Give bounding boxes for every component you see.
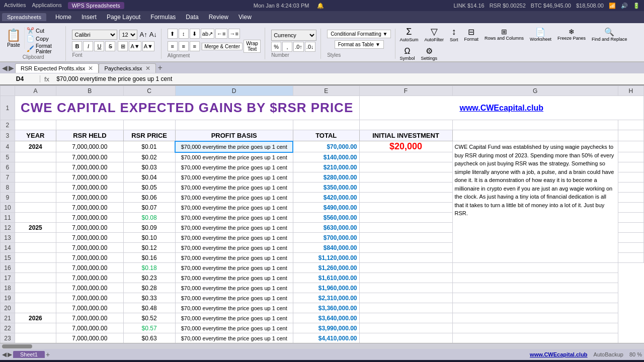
cell-h2[interactable] — [618, 120, 643, 130]
activities-menu[interactable]: Activities — [4, 2, 26, 9]
data-menu[interactable]: Data — [181, 13, 203, 22]
cell-reference[interactable]: D4 — [0, 75, 40, 82]
align-right-button[interactable]: ≡ — [190, 41, 200, 51]
indent-decrease-button[interactable]: ←≡ — [215, 29, 227, 39]
col-header-d[interactable]: D — [175, 86, 293, 96]
cell-c5[interactable]: $0.02 — [123, 152, 175, 162]
cell-a2[interactable] — [15, 120, 56, 130]
format-button[interactable]: ⊟ Format — [462, 26, 480, 43]
align-bottom-button[interactable]: ⬇ — [190, 29, 200, 39]
page-layout-menu[interactable]: Page Layout — [102, 13, 145, 22]
find-replace-button[interactable]: 🔍 Find and Replace — [590, 26, 629, 43]
cell-f5[interactable] — [359, 152, 452, 162]
align-left-button[interactable]: ≡ — [168, 41, 178, 51]
cell-h4[interactable] — [618, 141, 643, 152]
cell-b2[interactable] — [56, 120, 124, 130]
new-tab-button[interactable]: + — [156, 63, 165, 73]
col-header-g[interactable]: G — [452, 86, 618, 96]
format-painter-button[interactable]: 🖌️Format Painter — [27, 43, 61, 54]
border-button[interactable]: ⊞ — [118, 41, 128, 51]
cell-b5[interactable]: 7,000,000.00 — [56, 152, 124, 162]
bold-button[interactable]: B — [72, 41, 82, 51]
number-format-select[interactable]: Currency — [271, 30, 316, 41]
increase-decimal-button[interactable]: .0↑ — [293, 42, 304, 52]
autofilter-button[interactable]: ▽ AutoFilter — [422, 25, 446, 43]
align-top-button[interactable]: ⬆ — [168, 29, 178, 39]
file-tab-2[interactable]: Paychecks.xlsx ✕ — [99, 63, 155, 73]
cell-e5[interactable]: $140,000.00 — [293, 152, 359, 162]
cell-a6[interactable] — [15, 162, 56, 172]
font-name-select[interactable]: Calibri — [72, 30, 117, 40]
fill-color-button[interactable]: A▼ — [129, 41, 141, 51]
freeze-panes-button[interactable]: ❄ Freeze Panes — [555, 27, 588, 42]
align-middle-button[interactable]: ↕ — [179, 29, 189, 39]
website-cell[interactable]: www.CWEcapital.club — [359, 96, 644, 120]
col-header-c[interactable]: C — [123, 86, 175, 96]
cell-d5[interactable]: $70,000 everytime the price goes up 1 ce… — [175, 152, 293, 162]
cell-h5[interactable] — [618, 152, 643, 162]
cut-button[interactable]: ✂️Cut — [27, 27, 61, 34]
sheet-nav-left[interactable]: ◀ — [2, 351, 7, 358]
nav-forward-button[interactable]: ▶ — [9, 64, 14, 72]
font-color-button[interactable]: A▼ — [142, 41, 154, 51]
italic-button[interactable]: I — [83, 41, 93, 51]
view-menu[interactable]: View — [233, 13, 257, 22]
cell-b4[interactable]: 7,000,000.00 — [56, 141, 124, 152]
worksheet-button[interactable]: 📄 Worksheet — [528, 26, 553, 43]
add-sheet-button[interactable]: + — [46, 350, 50, 358]
merge-center-button[interactable]: Merge & Center — [202, 43, 243, 50]
conditional-formatting-button[interactable]: Conditional Formatting ▼ — [327, 30, 391, 38]
settings-button[interactable]: ⚙ Settings — [419, 45, 439, 62]
cell-g2[interactable] — [452, 120, 618, 130]
copy-button[interactable]: 📄Copy — [27, 35, 61, 42]
decrease-font-button[interactable]: A↓ — [149, 31, 157, 38]
rows-cols-button[interactable]: ⊞ Rows and Columns — [482, 27, 526, 42]
sheet-tab-1[interactable]: Sheet1 — [13, 351, 45, 358]
home-menu[interactable]: Home — [50, 13, 76, 22]
file-tab-2-close[interactable]: ✕ — [145, 65, 150, 72]
file-tab-1-close[interactable]: ✕ — [88, 65, 93, 72]
percent-button[interactable]: % — [271, 42, 281, 52]
sort-button[interactable]: ↕ Sort — [448, 26, 460, 43]
applications-menu[interactable]: Applications — [32, 2, 61, 9]
col-header-b[interactable]: B — [56, 86, 124, 96]
indent-increase-button[interactable]: →≡ — [228, 29, 240, 39]
strikethrough-button[interactable]: S̶ — [105, 41, 115, 51]
col-header-f[interactable]: F — [359, 86, 452, 96]
cell-f4-investment[interactable]: $20,000 — [359, 141, 452, 152]
decrease-decimal-button[interactable]: .0↓ — [305, 42, 315, 52]
format-as-table-button[interactable]: Format as Table ▼ — [335, 40, 384, 49]
formulas-menu[interactable]: Formulas — [145, 13, 181, 22]
cell-h3[interactable] — [618, 130, 643, 141]
increase-font-button[interactable]: A↑ — [139, 31, 147, 38]
cell-a4-year[interactable]: 2024 — [15, 141, 56, 152]
cell-e2[interactable] — [293, 120, 359, 130]
autosum-button[interactable]: Σ AutoSum — [397, 26, 420, 43]
formula-bar-content[interactable]: $70,000 everytime the price goes up 1 ce… — [53, 75, 644, 82]
paste-button[interactable]: 📋 Paste — [5, 27, 25, 49]
cell-c4[interactable]: $0.01 — [123, 141, 175, 152]
cell-g3[interactable] — [452, 130, 618, 141]
spreadsheets-tab[interactable]: Spreadsheets — [2, 13, 46, 21]
align-center-button[interactable]: ≡ — [179, 41, 189, 51]
sheet-nav-right[interactable]: ▶ — [8, 351, 12, 358]
col-header-a[interactable]: A — [15, 86, 56, 96]
col-header-h[interactable]: H — [618, 86, 643, 96]
cell-d2[interactable] — [175, 120, 293, 130]
symbol-button[interactable]: Ω Symbol — [397, 46, 417, 62]
underline-button[interactable]: U — [94, 41, 104, 51]
font-size-select[interactable]: 12 — [119, 30, 137, 40]
cell-c2[interactable] — [123, 120, 175, 130]
cell-f2[interactable] — [359, 120, 452, 130]
nav-back-button[interactable]: ◀ — [2, 64, 8, 72]
wrap-text-button[interactable]: Wrap Text — [244, 40, 261, 53]
col-header-e[interactable]: E — [293, 86, 359, 96]
cell-a5[interactable] — [15, 152, 56, 162]
text-direction-button[interactable]: ab↗ — [201, 29, 214, 39]
cell-e4[interactable]: $70,000.00 — [293, 141, 359, 152]
comma-button[interactable]: , — [282, 42, 292, 52]
cell-d4-selected[interactable]: $70,000 everytime the price goes up 1 ce… — [175, 141, 293, 152]
file-tab-1[interactable]: RSR Expected Profits.xlsx ✕ — [15, 63, 99, 73]
review-menu[interactable]: Review — [204, 13, 233, 22]
insert-menu[interactable]: Insert — [76, 13, 102, 22]
